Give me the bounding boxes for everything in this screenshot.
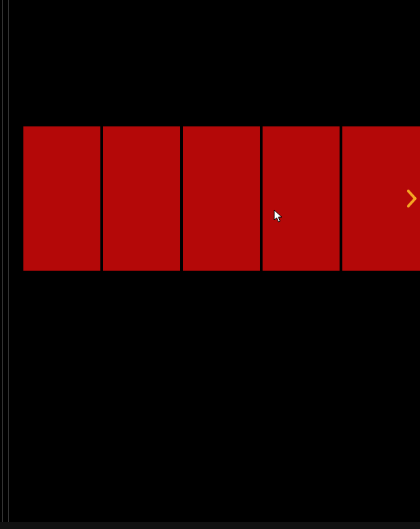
carousel-tile[interactable]	[103, 126, 180, 271]
chevron-right-icon	[406, 190, 417, 207]
carousel	[23, 126, 420, 271]
carousel-next-button[interactable]	[404, 185, 420, 212]
carousel-tile[interactable]	[263, 126, 340, 271]
carousel-tile[interactable]	[23, 126, 100, 271]
panel-edge-line	[8, 0, 9, 522]
carousel-tile[interactable]	[183, 126, 260, 271]
window-edge-line	[2, 0, 3, 522]
bottom-shadow	[0, 522, 420, 529]
carousel-track	[23, 126, 420, 271]
